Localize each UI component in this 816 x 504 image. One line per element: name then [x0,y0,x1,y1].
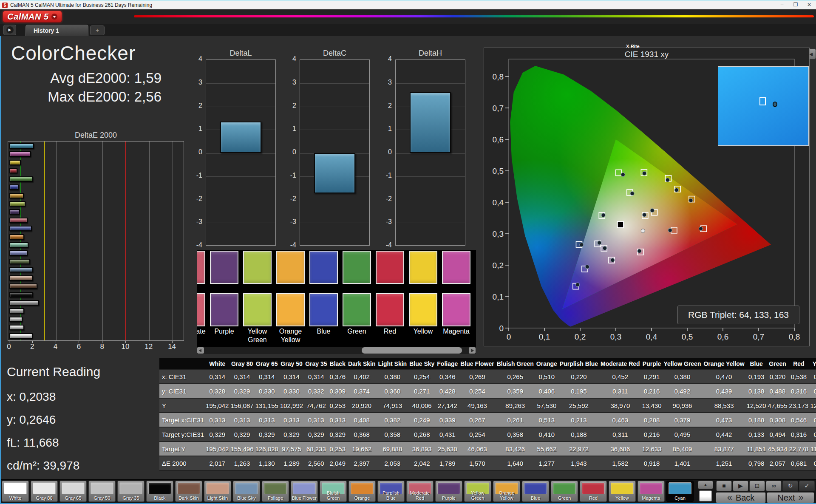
patch-button-label: Gray 35 [118,496,144,501]
logo-bar: CalMAN 5 [0,9,816,24]
table-cell: 0,382 [377,413,408,427]
patch-button-orange[interactable]: Orange [348,481,376,502]
table-cell: 0,473 [702,413,745,427]
pattern-window-button[interactable] [699,490,712,501]
close-button[interactable]: ✕ [802,1,816,9]
patch-button-purplish-blue[interactable]: Purplish Blue [377,481,405,502]
svg-text:0,4: 0,4 [646,332,657,341]
patch-button-gray-35[interactable]: Gray 35 [117,481,144,502]
table-cell: 47,655 [767,398,788,413]
y-tick-label: 4 [282,55,296,63]
deltae-bar-gray-50 [9,308,24,314]
patch-button-black[interactable]: Black [146,481,173,502]
measured-dot-red [699,227,703,231]
minimize-button[interactable]: – [775,1,789,9]
table-cell: 1,263 [230,456,254,470]
add-tab-button[interactable]: + [90,25,105,35]
table-cell: 11,851 [746,442,767,456]
patch-button-green[interactable]: Green [551,481,578,502]
patch-button-label: Black [147,496,173,501]
y-tick-label: -4 [377,241,392,249]
x-tick-label: 14 [168,343,176,351]
page-title: ColorChecker [11,42,136,65]
scroll-left-icon[interactable] [197,347,204,354]
chart-deltac [300,59,370,246]
next-button[interactable]: Next » [767,492,814,503]
patch-button-yellow-green[interactable]: Yellow Green [464,481,491,502]
patch-button-moderate-red[interactable]: Moderate Red [406,481,434,502]
continuous-measure-button[interactable]: ∞ [766,481,782,491]
tab-history-1[interactable]: History 1 [26,25,88,36]
patch-button-label: Blue Flower [291,496,317,501]
calman-window: 5 CalMAN 5 CalMAN Ultimate for Business … [0,0,816,504]
max-de2000-value: Max dE2000: 2,56 [26,89,162,105]
table-cell: 2,042 [408,456,436,470]
svg-text:0,1: 0,1 [493,292,504,301]
patch-button-gray-80[interactable]: Gray 80 [31,481,58,502]
measured-dot-foliage [630,192,634,195]
table-cell: 0,249 [408,413,436,427]
y-tick-label: 0 [377,148,392,156]
target-patch-row [197,251,470,284]
table-row-target-y-cie31: Target y:CIE310,3290,3290,3290,3290,3290… [159,427,816,442]
measured-dot-cyan [580,243,584,246]
svg-text:0,8: 0,8 [789,332,800,341]
column-header-blue: Blue [746,358,767,369]
stop-button[interactable]: ■ [716,481,732,491]
patch-label: Yellow [409,327,437,344]
patch-button-red[interactable]: Red [580,481,607,502]
patch-button-yellow[interactable]: Yellow [609,481,636,502]
pattern-up-button[interactable]: ▲ [698,481,713,489]
svg-text:0,5: 0,5 [682,332,693,341]
x-tick-label: 0 [7,343,11,351]
patch-button-foliage[interactable]: Foliage [262,481,289,502]
gridline [149,142,150,340]
confirm-button[interactable]: ✓ [799,481,815,491]
y-tick-label: -1 [282,172,296,179]
patch-button-light-skin[interactable]: Light Skin [204,481,231,502]
patch-button-magenta[interactable]: Magenta [638,481,665,502]
table-cell: 0,314 [205,369,230,384]
column-header-bluish-green: Bluish Green [496,358,535,369]
measured-dot-moderate-red [668,228,672,232]
patch-button-dark-skin[interactable]: Dark Skin [175,481,202,502]
maximize-button[interactable]: ❐ [789,1,802,9]
table-cell: 0,406 [535,384,558,398]
tab-scroll-button[interactable]: ▶ [3,25,16,35]
patch-button-label: Gray 65 [60,496,86,501]
deltal-bar [220,122,261,153]
table-cell: 0,216 [641,427,663,442]
patch-button-purple[interactable]: Purple [435,481,462,502]
scroll-right-icon[interactable] [469,347,476,354]
patch-button-gray-50[interactable]: Gray 50 [88,481,116,502]
svg-text:0,7: 0,7 [493,104,504,113]
patch-button-white[interactable]: White [2,481,29,502]
refresh-button[interactable]: ↻ [782,481,798,491]
y-tick-label: 2 [377,102,392,110]
reading-x-value: x: 0,2038 [7,390,56,404]
single-measure-button[interactable]: ⊡ [749,481,765,491]
patch-button-orange-yellow[interactable]: Orange Yellow [493,481,520,502]
y-tick-label: 3 [188,79,202,86]
table-cell: 1,943 [558,456,599,470]
back-button[interactable]: « Back [716,492,766,503]
patch-button-cyan[interactable]: Cyan [666,481,694,502]
column-header-blue-flower: Blue Flower [459,358,495,369]
reading-y-value: y: 0,2646 [7,413,56,427]
deltae-bar-blue-sky [9,267,33,272]
table-cell: 0,376 [329,369,347,384]
patch-button-bluish-green[interactable]: Bluish Green [320,481,347,502]
calman-logo-button[interactable]: CalMAN 5 [3,11,62,23]
patch-button-blue-flower[interactable]: Blue Flower [291,481,318,502]
table-cell: 0,328 [205,384,230,398]
patch-button-blue-sky[interactable]: Blue Sky [233,481,260,502]
patch-button-blue[interactable]: Blue [522,481,549,502]
strip-scrollbar[interactable] [197,347,476,354]
column-header-purplish-blue: Purplish Blue [558,358,599,369]
patch-button-gray-65[interactable]: Gray 65 [60,481,87,502]
row-label: Target Y [159,442,205,456]
play-button[interactable]: ▶ [733,481,748,491]
scrollbar-thumb[interactable] [362,347,462,354]
patch-button-label: Purplish Blue [378,490,404,501]
y-tick-label: 2 [188,102,202,110]
